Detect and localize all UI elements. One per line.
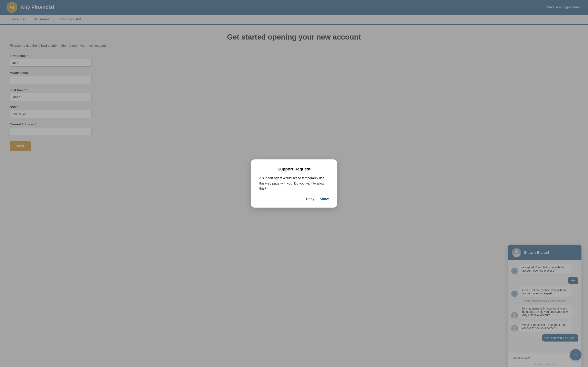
- dialog-overlay: Support Request A support agent would li…: [0, 0, 588, 367]
- dialog-body: A support agent would like to temporaril…: [259, 175, 329, 191]
- support-request-dialog: Support Request A support agent would li…: [251, 159, 337, 208]
- allow-button[interactable]: Allow: [320, 197, 329, 201]
- dialog-actions: Deny Allow: [259, 197, 329, 201]
- dialog-title: Support Request: [259, 167, 329, 171]
- deny-button[interactable]: Deny: [306, 197, 315, 201]
